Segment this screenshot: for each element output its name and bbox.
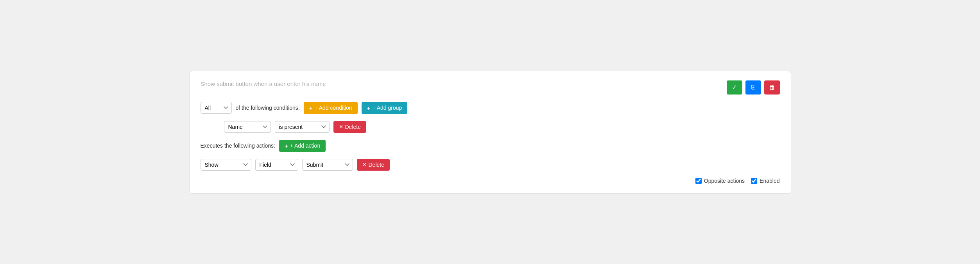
copy-icon: ⎘ — [751, 84, 755, 91]
confirm-button[interactable]: ✓ — [727, 80, 742, 95]
add-group-label: + Add group — [372, 105, 402, 111]
add-condition-label: + Add condition — [314, 105, 352, 111]
action-detail-row: Show Hide Enable Disable Field Section P… — [201, 159, 780, 171]
add-action-button[interactable]: + + Add action — [279, 140, 326, 152]
condition-select[interactable]: is present is not present equals contain… — [275, 121, 330, 133]
delete-action-button[interactable]: ✕ Delete — [357, 159, 390, 171]
actions-label: Executes the following actions: — [201, 143, 275, 149]
check-icon: ✓ — [732, 84, 737, 91]
x-icon-action: ✕ — [362, 162, 367, 168]
delete-action-label: Delete — [369, 162, 384, 168]
opposite-actions-checkbox[interactable] — [695, 178, 702, 184]
type-select[interactable]: Field Section Page — [255, 159, 298, 171]
rule-title: Show submit button when a user enter his… — [201, 80, 326, 87]
delete-condition-button[interactable]: ✕ Delete — [333, 121, 366, 133]
conditions-label: of the following conditions: — [236, 105, 300, 111]
x-icon-condition: ✕ — [339, 124, 343, 130]
opposite-actions-text: Opposite actions — [704, 178, 745, 184]
field-select[interactable]: Name Email Phone — [224, 121, 271, 133]
all-select[interactable]: All Any — [201, 102, 232, 114]
add-condition-button[interactable]: + + Add condition — [304, 102, 358, 114]
copy-button[interactable]: ⎘ — [745, 80, 761, 95]
plus-icon-group: + — [367, 105, 371, 111]
action-select[interactable]: Show Hide Enable Disable — [201, 159, 251, 171]
delete-condition-label: Delete — [345, 124, 361, 130]
top-right-buttons: ✓ ⎘ 🗑 — [727, 80, 780, 95]
plus-icon-action: + — [285, 143, 288, 149]
enabled-checkbox[interactable] — [751, 178, 757, 184]
add-action-label: + Add action — [290, 143, 320, 149]
condition-detail-row: Name Email Phone is present is not prese… — [224, 121, 780, 133]
enabled-label[interactable]: Enabled — [751, 178, 779, 184]
trash-icon: 🗑 — [769, 84, 775, 91]
enabled-text: Enabled — [760, 178, 779, 184]
actions-row: Executes the following actions: + + Add … — [201, 140, 780, 152]
conditions-row: All Any of the following conditions: + +… — [201, 102, 780, 114]
add-group-button[interactable]: + + Add group — [362, 102, 408, 114]
rule-card: Show submit button when a user enter his… — [189, 71, 791, 194]
target-select[interactable]: Submit Name Email — [302, 159, 353, 171]
title-row: Show submit button when a user enter his… — [201, 80, 780, 94]
delete-rule-button[interactable]: 🗑 — [764, 80, 780, 95]
bottom-row: Opposite actions Enabled — [201, 178, 780, 184]
plus-icon: + — [309, 105, 313, 111]
opposite-actions-label[interactable]: Opposite actions — [695, 178, 745, 184]
